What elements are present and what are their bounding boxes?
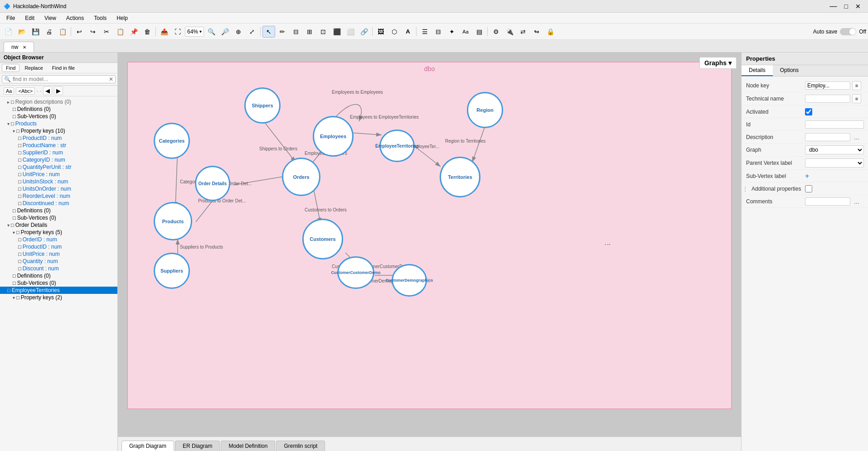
- tab-close-icon[interactable]: ✕: [23, 45, 26, 50]
- prop-checkbox-additional[interactable]: [805, 185, 812, 192]
- tree-item-quantityperunit[interactable]: □ QuantityPerUnit : str: [0, 163, 117, 171]
- tree-expand-icon[interactable]: [13, 295, 15, 300]
- font-btn[interactable]: Aa: [459, 26, 472, 38]
- tab-gremlin-script[interactable]: Gremlin script: [276, 441, 325, 451]
- tree-link-categoryid[interactable]: CategoryID : num: [23, 157, 65, 163]
- tree-expand-icon[interactable]: [13, 129, 15, 134]
- tree-item-supplierid[interactable]: □ SupplierID : num: [0, 149, 117, 156]
- tree-item-propkeys-orderdetails[interactable]: □ Property keys (5): [0, 229, 117, 236]
- tree-link-discontinued[interactable]: Discontinued : num: [23, 200, 69, 206]
- tree-item-subvertices-1[interactable]: □ Sub-Vertices (0): [0, 113, 117, 120]
- draw-btn[interactable]: ✏: [276, 26, 289, 38]
- tree-item-quantity[interactable]: □ Quantity : num: [0, 258, 117, 265]
- clear-search-icon[interactable]: ✕: [109, 76, 113, 82]
- node-categories[interactable]: Categories: [154, 123, 190, 159]
- tree-item-discount[interactable]: □ Discount : num: [0, 265, 117, 272]
- search-input-wrap[interactable]: 🔍 ✕: [2, 75, 116, 83]
- open-btn[interactable]: 📂: [15, 26, 28, 38]
- zoom-in-btn[interactable]: 🔍: [205, 26, 218, 38]
- tab-er-diagram[interactable]: ER Diagram: [175, 441, 220, 451]
- menu-help[interactable]: Help: [112, 14, 132, 22]
- view-btn2[interactable]: ⊟: [432, 26, 445, 38]
- delete-btn[interactable]: 🗑: [141, 26, 154, 38]
- zoom-reset-btn[interactable]: ⤢: [246, 26, 258, 38]
- tree-item-categoryid[interactable]: □ CategoryID : num: [0, 156, 117, 163]
- tree-link-productid[interactable]: ProductID : num: [23, 135, 62, 141]
- tree-item-definitions-2[interactable]: □ Definitions (0): [0, 207, 117, 214]
- nav-next-btn[interactable]: ▶: [54, 86, 63, 95]
- prop-select-graph[interactable]: dbo: [805, 145, 864, 154]
- replace-btn[interactable]: Replace: [20, 64, 47, 72]
- tree-item-discontinued[interactable]: □ Discontinued : num: [0, 200, 117, 207]
- menu-actions[interactable]: Actions: [62, 14, 88, 22]
- node-customers[interactable]: Customers: [302, 219, 343, 259]
- saveas-btn[interactable]: 📋: [56, 26, 69, 38]
- lock-btn[interactable]: 🔒: [544, 26, 557, 38]
- copy-btn[interactable]: 📋: [114, 26, 126, 38]
- zoom-fit-btn[interactable]: ⊕: [232, 26, 245, 38]
- image-btn[interactable]: 🖼: [374, 26, 387, 38]
- tree-expand-icon[interactable]: [7, 100, 10, 105]
- print-btn[interactable]: 🖨: [43, 26, 55, 38]
- format-btn[interactable]: ✦: [446, 26, 458, 38]
- node-products[interactable]: Products: [154, 202, 192, 240]
- new-btn[interactable]: 📄: [2, 26, 15, 38]
- prop-input-node-key[interactable]: [805, 82, 850, 90]
- tree-item-productname[interactable]: □ ProductName : str: [0, 142, 117, 149]
- select-btn[interactable]: ↖: [262, 26, 275, 38]
- menu-tools[interactable]: Tools: [89, 14, 111, 22]
- undo-btn[interactable]: ↩: [73, 26, 86, 38]
- find-btn[interactable]: Find: [2, 64, 19, 72]
- distribute-btn[interactable]: ⊞: [303, 26, 316, 38]
- tree-link-unitprice-2[interactable]: UnitPrice : num: [23, 251, 60, 257]
- nav-prev-btn[interactable]: ◀: [43, 86, 52, 95]
- tree-item-order-details[interactable]: □ Order Details: [0, 221, 117, 229]
- node-suppliers[interactable]: Suppliers: [154, 253, 190, 289]
- node-region[interactable]: Region: [467, 92, 503, 128]
- graphs-dropdown[interactable]: Graphs ▾: [699, 57, 737, 69]
- export-btn[interactable]: 📤: [158, 26, 170, 38]
- tree-link-products[interactable]: Products: [15, 120, 37, 127]
- view-btn1[interactable]: ☰: [418, 26, 431, 38]
- tree-item-subvertices-2[interactable]: □ Sub-Vertices (0): [0, 214, 117, 221]
- prop-dots-comments[interactable]: ...: [854, 198, 859, 205]
- tree-link-orderid[interactable]: OrderID : num: [23, 236, 57, 243]
- tab-nw[interactable]: nw ✕: [4, 42, 34, 52]
- connect-btn[interactable]: 🔌: [503, 26, 516, 38]
- prop-checkbox-activated[interactable]: [805, 108, 812, 115]
- settings-btn[interactable]: ⚙: [490, 26, 502, 38]
- compare-btn[interactable]: ⇄: [517, 26, 529, 38]
- rp-tab-options[interactable]: Options: [773, 65, 806, 76]
- tree-item-region-descriptions[interactable]: □ Region descriptions (0): [0, 98, 117, 106]
- cut-btn[interactable]: ✂: [100, 26, 113, 38]
- align-btn[interactable]: ⊟: [290, 26, 302, 38]
- rp-tab-details[interactable]: Details: [742, 65, 773, 76]
- tree-item-employee-territories[interactable]: □ EmployeeTerritories: [0, 287, 117, 294]
- prop-input-comments[interactable]: [805, 197, 850, 206]
- tree-item-unitprice-2[interactable]: □ UnitPrice : num: [0, 250, 117, 258]
- tree-item-unitprice[interactable]: □ UnitPrice : num: [0, 171, 117, 178]
- tree-link-discount[interactable]: Discount : num: [23, 265, 59, 272]
- node-customer-demographics[interactable]: CustomerDemographics: [392, 264, 427, 297]
- prop-dots-description[interactable]: ...: [854, 134, 859, 141]
- tree-item-definitions-1[interactable]: □ Definitions (0): [0, 106, 117, 113]
- minimize-btn[interactable]: —: [826, 2, 841, 10]
- tab-model-definition[interactable]: Model Definition: [221, 441, 275, 451]
- tree-item-orderid[interactable]: □ OrderID : num: [0, 236, 117, 243]
- autosave-toggle[interactable]: [840, 28, 856, 35]
- tree-item-propkeys-et[interactable]: □ Property keys (2): [0, 294, 117, 301]
- node-employees[interactable]: Employees: [313, 116, 354, 157]
- zoom-out-btn[interactable]: 🔎: [218, 26, 231, 38]
- tree-link-productid-2[interactable]: ProductID : num: [23, 244, 62, 250]
- redo-btn[interactable]: ↪: [87, 26, 99, 38]
- tree-link-quantityperunit[interactable]: QuantityPerUnit : str: [23, 164, 72, 170]
- tab-graph-diagram[interactable]: Graph Diagram: [121, 441, 174, 451]
- prop-btn-technical-name[interactable]: ≡: [852, 94, 861, 103]
- tree-item-productid-2[interactable]: □ ProductID : num: [0, 243, 117, 250]
- find-in-file-btn[interactable]: Find in file: [48, 64, 79, 72]
- tree-item-subvertices-3[interactable]: □ Sub-Vertices (0): [0, 279, 117, 287]
- tree-item-unitsonorder[interactable]: □ UnitsOnOrder : num: [0, 185, 117, 192]
- shape-btn[interactable]: ⬡: [388, 26, 401, 38]
- zoom-control[interactable]: 64% ▾: [185, 27, 204, 37]
- tree-item-reorderlevel[interactable]: □ ReorderLevel : num: [0, 192, 117, 200]
